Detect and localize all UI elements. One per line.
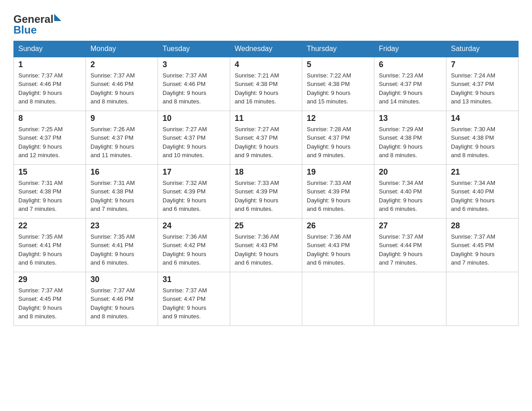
calendar-cell: 16 Sunrise: 7:31 AMSunset: 4:38 PMDaylig…	[86, 164, 158, 218]
day-info: Sunrise: 7:36 AMSunset: 4:43 PMDaylight:…	[235, 232, 297, 267]
day-info: Sunrise: 7:37 AMSunset: 4:46 PMDaylight:…	[90, 71, 153, 106]
weekday-header-friday: Friday	[374, 41, 446, 57]
day-number: 4	[235, 60, 297, 69]
day-info: Sunrise: 7:21 AMSunset: 4:38 PMDaylight:…	[235, 71, 297, 106]
day-number: 15	[18, 167, 81, 177]
day-info: Sunrise: 7:35 AMSunset: 4:41 PMDaylight:…	[90, 232, 153, 267]
calendar-cell: 18 Sunrise: 7:33 AMSunset: 4:39 PMDaylig…	[230, 164, 302, 218]
calendar-cell: 21 Sunrise: 7:34 AMSunset: 4:40 PMDaylig…	[446, 164, 519, 218]
calendar-cell: 26 Sunrise: 7:36 AMSunset: 4:43 PMDaylig…	[302, 218, 374, 272]
day-number: 31	[163, 275, 225, 284]
day-number: 27	[379, 221, 442, 231]
calendar-cell: 1 Sunrise: 7:37 AMSunset: 4:46 PMDayligh…	[14, 57, 86, 111]
calendar-cell: 22 Sunrise: 7:35 AMSunset: 4:41 PMDaylig…	[14, 218, 86, 272]
logo-flag-icon	[54, 14, 61, 21]
day-number: 1	[18, 60, 81, 69]
calendar-cell: 10 Sunrise: 7:27 AMSunset: 4:37 PMDaylig…	[158, 111, 230, 164]
logo-blue: Blue	[13, 24, 61, 36]
day-info: Sunrise: 7:37 AMSunset: 4:45 PMDaylight:…	[18, 286, 81, 321]
logo-wordmark: General Blue	[13, 13, 61, 36]
day-info: Sunrise: 7:29 AMSunset: 4:38 PMDaylight:…	[379, 125, 442, 160]
calendar-cell: 28 Sunrise: 7:37 AMSunset: 4:45 PMDaylig…	[446, 218, 519, 272]
day-number: 13	[379, 114, 442, 123]
weekday-header-wednesday: Wednesday	[230, 41, 302, 57]
day-info: Sunrise: 7:27 AMSunset: 4:37 PMDaylight:…	[163, 125, 225, 160]
calendar-cell: 5 Sunrise: 7:22 AMSunset: 4:38 PMDayligh…	[302, 57, 374, 111]
day-number: 16	[90, 167, 153, 177]
day-info: Sunrise: 7:24 AMSunset: 4:37 PMDaylight:…	[451, 71, 514, 106]
day-info: Sunrise: 7:22 AMSunset: 4:38 PMDaylight:…	[307, 71, 369, 106]
calendar-cell	[446, 272, 519, 325]
day-number: 19	[307, 167, 369, 177]
header: General Blue	[13, 9, 519, 36]
day-number: 7	[451, 60, 514, 69]
weekday-header-monday: Monday	[86, 41, 158, 57]
weekday-header-row: SundayMondayTuesdayWednesdayThursdayFrid…	[14, 41, 519, 57]
day-info: Sunrise: 7:26 AMSunset: 4:37 PMDaylight:…	[90, 125, 153, 160]
calendar-cell: 14 Sunrise: 7:30 AMSunset: 4:38 PMDaylig…	[446, 111, 519, 164]
day-info: Sunrise: 7:37 AMSunset: 4:45 PMDaylight:…	[451, 232, 514, 267]
day-number: 14	[451, 114, 514, 123]
day-number: 22	[18, 221, 81, 231]
day-info: Sunrise: 7:37 AMSunset: 4:46 PMDaylight:…	[163, 71, 225, 106]
calendar-week-row: 29 Sunrise: 7:37 AMSunset: 4:45 PMDaylig…	[14, 272, 519, 325]
day-number: 23	[90, 221, 153, 231]
calendar-cell: 9 Sunrise: 7:26 AMSunset: 4:37 PMDayligh…	[86, 111, 158, 164]
calendar-cell: 6 Sunrise: 7:23 AMSunset: 4:37 PMDayligh…	[374, 57, 446, 111]
calendar-week-row: 8 Sunrise: 7:25 AMSunset: 4:37 PMDayligh…	[14, 111, 519, 164]
calendar-cell: 7 Sunrise: 7:24 AMSunset: 4:37 PMDayligh…	[446, 57, 519, 111]
day-number: 20	[379, 167, 442, 177]
day-number: 28	[451, 221, 514, 231]
logo: General Blue	[13, 13, 61, 36]
calendar-cell: 25 Sunrise: 7:36 AMSunset: 4:43 PMDaylig…	[230, 218, 302, 272]
calendar-cell: 24 Sunrise: 7:36 AMSunset: 4:42 PMDaylig…	[158, 218, 230, 272]
day-info: Sunrise: 7:34 AMSunset: 4:40 PMDaylight:…	[451, 179, 514, 214]
day-info: Sunrise: 7:31 AMSunset: 4:38 PMDaylight:…	[18, 179, 81, 214]
calendar-cell: 17 Sunrise: 7:32 AMSunset: 4:39 PMDaylig…	[158, 164, 230, 218]
day-info: Sunrise: 7:37 AMSunset: 4:47 PMDaylight:…	[163, 286, 225, 321]
day-number: 25	[235, 221, 297, 231]
calendar-cell	[374, 272, 446, 325]
calendar-week-row: 15 Sunrise: 7:31 AMSunset: 4:38 PMDaylig…	[14, 164, 519, 218]
day-number: 9	[90, 114, 153, 123]
day-info: Sunrise: 7:33 AMSunset: 4:39 PMDaylight:…	[235, 179, 297, 214]
calendar-cell: 15 Sunrise: 7:31 AMSunset: 4:38 PMDaylig…	[14, 164, 86, 218]
day-number: 8	[18, 114, 81, 123]
calendar-cell: 29 Sunrise: 7:37 AMSunset: 4:45 PMDaylig…	[14, 272, 86, 325]
calendar-week-row: 1 Sunrise: 7:37 AMSunset: 4:46 PMDayligh…	[14, 57, 519, 111]
calendar-cell: 3 Sunrise: 7:37 AMSunset: 4:46 PMDayligh…	[158, 57, 230, 111]
day-number: 2	[90, 60, 153, 69]
weekday-header-saturday: Saturday	[446, 41, 519, 57]
day-info: Sunrise: 7:33 AMSunset: 4:39 PMDaylight:…	[307, 179, 369, 214]
calendar-cell: 23 Sunrise: 7:35 AMSunset: 4:41 PMDaylig…	[86, 218, 158, 272]
day-info: Sunrise: 7:37 AMSunset: 4:46 PMDaylight:…	[18, 71, 81, 106]
calendar-cell: 13 Sunrise: 7:29 AMSunset: 4:38 PMDaylig…	[374, 111, 446, 164]
calendar-cell: 8 Sunrise: 7:25 AMSunset: 4:37 PMDayligh…	[14, 111, 86, 164]
day-number: 5	[307, 60, 369, 69]
day-info: Sunrise: 7:25 AMSunset: 4:37 PMDaylight:…	[18, 125, 81, 160]
day-number: 11	[235, 114, 297, 123]
calendar-cell: 19 Sunrise: 7:33 AMSunset: 4:39 PMDaylig…	[302, 164, 374, 218]
day-info: Sunrise: 7:35 AMSunset: 4:41 PMDaylight:…	[18, 232, 81, 267]
calendar-cell: 12 Sunrise: 7:28 AMSunset: 4:37 PMDaylig…	[302, 111, 374, 164]
weekday-header-sunday: Sunday	[14, 41, 86, 57]
day-number: 29	[18, 275, 81, 284]
day-number: 17	[163, 167, 225, 177]
day-info: Sunrise: 7:28 AMSunset: 4:37 PMDaylight:…	[307, 125, 369, 160]
calendar-cell: 27 Sunrise: 7:37 AMSunset: 4:44 PMDaylig…	[374, 218, 446, 272]
day-info: Sunrise: 7:30 AMSunset: 4:38 PMDaylight:…	[451, 125, 514, 160]
day-number: 26	[307, 221, 369, 231]
day-number: 21	[451, 167, 514, 177]
calendar-cell	[230, 272, 302, 325]
calendar-week-row: 22 Sunrise: 7:35 AMSunset: 4:41 PMDaylig…	[14, 218, 519, 272]
day-number: 10	[163, 114, 225, 123]
day-info: Sunrise: 7:31 AMSunset: 4:38 PMDaylight:…	[90, 179, 153, 214]
day-number: 6	[379, 60, 442, 69]
day-number: 12	[307, 114, 369, 123]
day-info: Sunrise: 7:37 AMSunset: 4:46 PMDaylight:…	[90, 286, 153, 321]
day-info: Sunrise: 7:32 AMSunset: 4:39 PMDaylight:…	[163, 179, 225, 214]
day-info: Sunrise: 7:36 AMSunset: 4:43 PMDaylight:…	[307, 232, 369, 267]
calendar-table: SundayMondayTuesdayWednesdayThursdayFrid…	[13, 41, 519, 326]
weekday-header-thursday: Thursday	[302, 41, 374, 57]
calendar-cell: 31 Sunrise: 7:37 AMSunset: 4:47 PMDaylig…	[158, 272, 230, 325]
